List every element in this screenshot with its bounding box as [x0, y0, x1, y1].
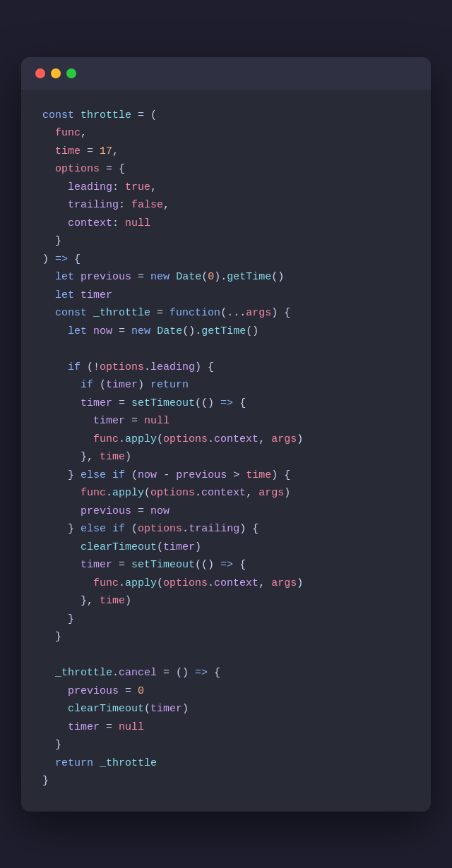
- code-line-21: } else if (now - previous > time) {: [42, 466, 410, 485]
- code-line-15: if (!options.leading) {: [42, 358, 410, 377]
- code-line-36: }: [42, 736, 410, 754]
- code-line-8: }: [42, 232, 410, 251]
- code-line-22: func.apply(options.context, args): [42, 484, 410, 502]
- close-button[interactable]: [35, 68, 45, 78]
- code-line-28: }, time): [42, 592, 410, 610]
- code-line-7: context: null: [42, 215, 410, 233]
- code-line-35: timer = null: [42, 718, 410, 737]
- code-line-18: timer = null: [42, 412, 410, 430]
- code-line-16: if (timer) return: [42, 376, 410, 394]
- code-line-23: previous = now: [42, 502, 410, 521]
- code-line-27: func.apply(options.context, args): [42, 574, 410, 593]
- code-line-12: const _throttle = function(...args) {: [42, 304, 410, 323]
- code-line-11: let timer: [42, 287, 410, 305]
- code-line-31: [42, 646, 410, 665]
- code-line-34: clearTimeout(timer): [42, 700, 410, 718]
- code-line-33: previous = 0: [42, 682, 410, 701]
- code-line-19: func.apply(options.context, args): [42, 430, 410, 449]
- code-line-37: return _throttle: [42, 754, 410, 773]
- code-line-14: [42, 340, 410, 358]
- code-line-6: trailing: false,: [42, 196, 410, 215]
- code-line-4: options = {: [42, 160, 410, 179]
- code-line-29: }: [42, 610, 410, 629]
- code-line-5: leading: true,: [42, 179, 410, 197]
- code-line-17: timer = setTimeout(() => {: [42, 394, 410, 413]
- code-line-38: }: [42, 772, 410, 790]
- code-line-3: time = 17,: [42, 143, 410, 161]
- code-line-30: }: [42, 628, 410, 646]
- code-line-25: clearTimeout(timer): [42, 538, 410, 557]
- code-editor: const throttle = ( func, time = 17, opti…: [21, 90, 431, 812]
- minimize-button[interactable]: [51, 68, 61, 78]
- code-line-9: ) => {: [42, 251, 410, 269]
- code-line-32: _throttle.cancel = () => {: [42, 664, 410, 682]
- code-line-20: }, time): [42, 448, 410, 466]
- code-line-24: } else if (options.trailing) {: [42, 520, 410, 538]
- code-line-1: const throttle = (: [42, 107, 410, 125]
- code-line-13: let now = new Date().getTime(): [42, 323, 410, 341]
- code-line-10: let previous = new Date(0).getTime(): [42, 268, 410, 287]
- code-window: const throttle = ( func, time = 17, opti…: [21, 57, 431, 812]
- code-line-2: func,: [42, 124, 410, 143]
- maximize-button[interactable]: [66, 68, 76, 78]
- code-line-26: timer = setTimeout(() => {: [42, 556, 410, 574]
- titlebar: [21, 57, 431, 90]
